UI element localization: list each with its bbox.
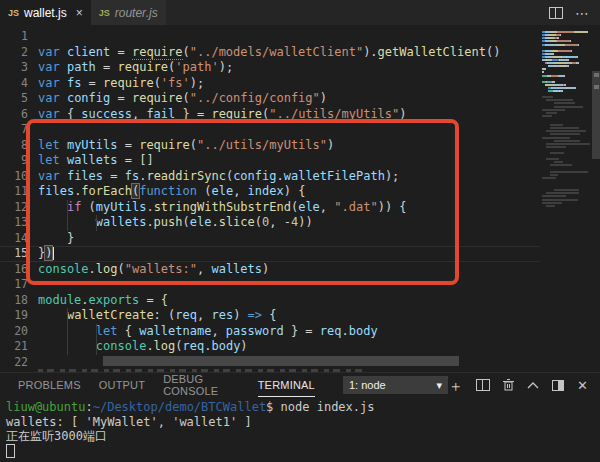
code-token: ,: [233, 184, 247, 198]
minimap-line: [542, 109, 565, 111]
code-line[interactable]: 13 wallets.push(ele.slice(0, -4)): [0, 215, 540, 231]
minimap-line: [546, 112, 557, 114]
js-file-icon: JS: [99, 8, 110, 18]
minimap[interactable]: [540, 25, 592, 372]
code-token: )) {: [378, 200, 407, 214]
code-token: fail: [146, 107, 175, 121]
more-actions-icon[interactable]: ⋯: [575, 8, 590, 18]
code-token: res: [211, 308, 233, 322]
code-token: walletFilePath: [284, 169, 385, 183]
line-number: 18: [0, 293, 28, 309]
code-line[interactable]: 5var config = require("../config/config"…: [0, 91, 540, 107]
minimap-line: [542, 68, 546, 70]
indent-guide: [67, 339, 68, 355]
code-line[interactable]: 11files.forEach(function (ele, index) {: [0, 184, 540, 200]
code-line[interactable]: 19 walletCreate: (req, res) => {: [0, 308, 540, 324]
code-token: =: [103, 60, 117, 74]
kill-terminal-icon[interactable]: [503, 379, 514, 391]
code-token: body: [349, 324, 378, 338]
code-editor[interactable]: 12var client = require("../models/wallet…: [0, 25, 600, 372]
terminal-text: :: [85, 400, 92, 414]
terminal-text: liuw@ubuntu: [6, 400, 85, 414]
tab-terminal[interactable]: TERMINAL: [258, 373, 315, 397]
code-line[interactable]: 12 if (myUtils.stringWithSubstrEnd(ele, …: [0, 200, 540, 216]
code-token: require: [211, 107, 262, 121]
code-token: function: [139, 184, 204, 198]
code-line[interactable]: 8let myUtils = require("../utils/myUtils…: [0, 138, 540, 154]
maximize-panel-icon[interactable]: [527, 381, 539, 389]
tab-debug-console[interactable]: DEBUG CONSOLE: [163, 373, 240, 397]
panel-layout-icon[interactable]: [552, 380, 564, 391]
close-icon[interactable]: ×: [76, 6, 83, 20]
close-panel-icon[interactable]: ✕: [577, 379, 588, 392]
new-terminal-icon[interactable]: ＋: [448, 379, 463, 392]
indent-guide: [67, 200, 68, 216]
terminal-select[interactable]: 1: node ▾: [343, 376, 448, 394]
code-token: .: [146, 200, 153, 214]
code-token: {: [262, 308, 276, 322]
code-token: );: [385, 169, 399, 183]
code-token: {: [125, 324, 139, 338]
code-line[interactable]: 1: [0, 29, 540, 45]
code-line[interactable]: 20 let { walletname, password } = req.bo…: [0, 324, 540, 340]
split-editor-icon[interactable]: [549, 7, 563, 19]
split-terminal-icon[interactable]: [476, 379, 490, 391]
tab-problems[interactable]: PROBLEMS: [18, 373, 81, 397]
tab-router-js[interactable]: JS router.js: [91, 0, 166, 25]
code-token: myUtils: [67, 138, 125, 152]
minimap-line: [552, 81, 555, 83]
code-token: req: [320, 324, 342, 338]
code-token: exports: [89, 293, 140, 307]
code-token: password: [226, 324, 284, 338]
code-line[interactable]: 16console.log("wallets:", wallets): [0, 262, 540, 278]
code-token: var: [38, 76, 67, 90]
minimap-line: [550, 124, 563, 126]
code-lines[interactable]: 12var client = require("../models/wallet…: [0, 29, 540, 370]
tab-wallet-js[interactable]: JS wallet.js ×: [0, 0, 91, 25]
code-line[interactable]: 7: [0, 122, 540, 138]
code-token: "../config/config": [190, 91, 320, 105]
code-line[interactable]: 17: [0, 277, 540, 293]
line-number: 3: [0, 60, 28, 76]
code-token: readdirSync: [146, 169, 225, 183]
minimap-line: [564, 84, 565, 86]
minimap-line: [571, 50, 572, 52]
vertical-scrollbar[interactable]: [592, 71, 600, 159]
minimap-line: [587, 31, 588, 33]
code-token: , -: [269, 215, 291, 229]
minimap-line: [552, 87, 559, 89]
code-token: module: [38, 293, 81, 307]
terminal-output[interactable]: liuw@ubuntu:~/Desktop/demo/BTCWallet$ no…: [0, 397, 600, 462]
code-line[interactable]: 15}): [0, 246, 540, 262]
tab-output[interactable]: OUTPUT: [99, 373, 145, 397]
code-line[interactable]: 9let wallets = []: [0, 153, 540, 169]
code-line[interactable]: 14 }: [0, 231, 540, 247]
horizontal-scrollbar[interactable]: [103, 356, 459, 366]
code-token: log: [154, 339, 176, 353]
minimap-line: [550, 127, 579, 129]
code-line[interactable]: 6var { success, fail } = require("../uti…: [0, 107, 540, 123]
minimap-line: [542, 96, 553, 98]
minimap-line: [554, 102, 575, 104]
line-number: 16: [0, 262, 28, 278]
code-token: push: [154, 215, 183, 229]
code-token: (: [118, 262, 125, 276]
code-line[interactable]: 21 console.log(req.body): [0, 339, 540, 355]
code-token: = {: [139, 293, 168, 307]
code-line[interactable]: 2var client = require("../models/walletC…: [0, 45, 540, 61]
code-token: wallets: [67, 153, 125, 167]
code-line[interactable]: 4var fs = require('fs');: [0, 76, 540, 92]
indent-guide: [96, 339, 97, 355]
minimap-line: [554, 140, 580, 142]
line-number: 9: [0, 153, 28, 169]
code-token: ): [233, 308, 247, 322]
code-token: log: [96, 262, 118, 276]
code-line[interactable]: 10var files = fs.readdirSync(config.wall…: [0, 169, 540, 185]
code-line[interactable]: 3var path = require('path');: [0, 60, 540, 76]
code-token: client: [67, 45, 118, 59]
code-token: body: [211, 339, 240, 353]
code-token: ) {: [284, 184, 306, 198]
code-line[interactable]: 18module.exports = {: [0, 293, 540, 309]
code-token: [38, 308, 67, 322]
minimap-line: [554, 161, 563, 163]
